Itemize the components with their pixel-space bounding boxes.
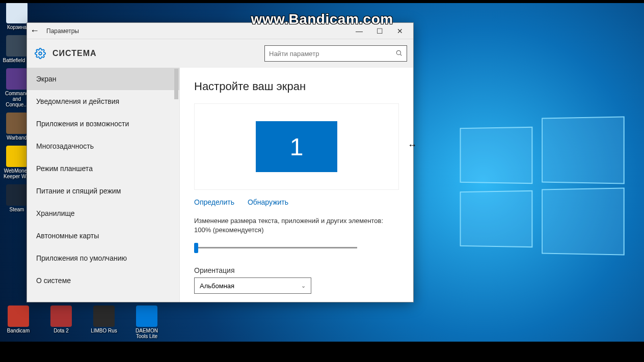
sidebar-item-6[interactable]: Хранилище (27, 202, 179, 225)
icon-label: Dota 2 (53, 328, 68, 333)
scale-slider[interactable] (194, 242, 357, 254)
icon-label: Warband (7, 135, 27, 141)
sidebar-item-5[interactable]: Питание и спящий режим (27, 180, 179, 202)
app-icon (6, 68, 28, 90)
slider-thumb[interactable] (194, 243, 198, 253)
bandicam-watermark: www.Bandicam.com (251, 11, 393, 27)
window-title: Параметры (42, 27, 349, 35)
app-icon (136, 305, 157, 327)
settings-window: ← Параметры — ☐ ✕ СИСТЕМА (26, 22, 414, 302)
windows-logo (459, 117, 622, 249)
scrollbar-thumb[interactable] (174, 69, 178, 99)
app-icon (6, 2, 28, 23)
monitor-number: 1 (290, 133, 304, 161)
sidebar-item-3[interactable]: Многозадачность (27, 135, 179, 157)
detect-link[interactable]: Обнаружить (248, 198, 288, 206)
app-icon (8, 305, 29, 327)
letterbox-bottom (0, 342, 644, 362)
identify-link[interactable]: Определить (194, 198, 234, 206)
back-button[interactable]: ← (30, 25, 42, 36)
sidebar-item-2[interactable]: Приложения и возможности (27, 113, 179, 135)
app-icon (6, 184, 28, 206)
display-preview: 1 (194, 103, 399, 190)
svg-point-1 (396, 50, 400, 54)
orientation-select[interactable]: Альбомная ⌄ (194, 277, 311, 294)
content-pane: Настройте ваш экран 1 Определить Обнаруж… (180, 68, 413, 302)
icon-label: LIMBO Rus (91, 328, 117, 333)
icon-label: Корзина (7, 24, 26, 30)
close-button[interactable]: ✕ (390, 27, 410, 35)
orientation-value: Альбомная (200, 282, 234, 290)
minimize-button[interactable]: — (349, 27, 369, 35)
desktop-icon-bottom-0[interactable]: Bandicam (2, 305, 35, 339)
slider-track (194, 247, 357, 248)
icon-label: Steam (10, 207, 24, 212)
desktop-wallpaper: КорзинаBattlefield ...Command and Conque… (0, 0, 644, 362)
desktop-icon-bottom-1[interactable]: Dota 2 (45, 305, 77, 339)
search-input[interactable] (269, 50, 395, 58)
resize-cursor-icon: ↔ (408, 140, 417, 151)
sidebar-item-9[interactable]: О системе (27, 269, 179, 292)
sidebar-item-8[interactable]: Приложения по умолчанию (27, 247, 179, 269)
app-icon (6, 113, 28, 134)
gear-icon (33, 46, 47, 61)
desktop-icon-bottom-2[interactable]: LIMBO Rus (88, 305, 120, 339)
app-icon (6, 35, 28, 57)
maximize-button[interactable]: ☐ (369, 27, 390, 35)
svg-point-0 (39, 52, 42, 55)
header-row: СИСТЕМА (27, 39, 413, 68)
sidebar-item-1[interactable]: Уведомления и действия (27, 90, 179, 113)
section-title: СИСТЕМА (52, 49, 259, 58)
sidebar: ЭкранУведомления и действияПриложения и … (27, 68, 180, 302)
sidebar-item-4[interactable]: Режим планшета (27, 157, 179, 180)
letterbox-top (0, 0, 644, 3)
app-icon (50, 305, 72, 327)
app-icon (6, 146, 28, 167)
search-box[interactable] (264, 45, 407, 62)
icon-label: Bandicam (7, 328, 30, 333)
page-heading: Настройте ваш экран (194, 80, 399, 93)
sidebar-item-0[interactable]: Экран (27, 68, 179, 90)
app-icon (93, 305, 115, 327)
scale-label: Изменение размера текста, приложений и д… (194, 216, 399, 235)
chevron-down-icon: ⌄ (301, 283, 306, 289)
monitor-tile[interactable]: 1 (256, 121, 337, 172)
icon-label: DAEMON Tools Lite (130, 328, 163, 339)
desktop-icons-row: BandicamDota 2LIMBO RusDAEMON Tools Lite (2, 305, 163, 339)
desktop-icon-bottom-3[interactable]: DAEMON Tools Lite (130, 305, 163, 339)
search-icon (395, 49, 403, 58)
orientation-label: Ориентация (194, 266, 399, 274)
svg-line-2 (400, 54, 402, 55)
sidebar-item-7[interactable]: Автономные карты (27, 225, 179, 247)
